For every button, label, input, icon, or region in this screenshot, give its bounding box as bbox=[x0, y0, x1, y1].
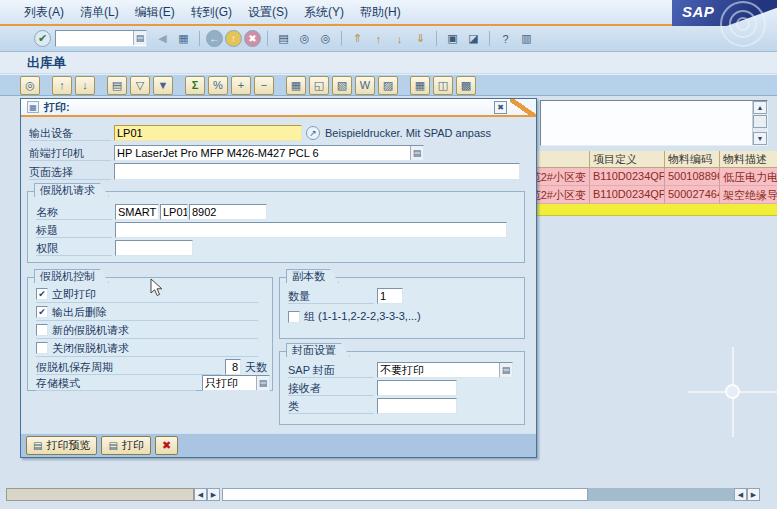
menu-item-worklist[interactable]: 清单(L) bbox=[80, 4, 119, 21]
close-icon[interactable]: ✖ bbox=[494, 101, 507, 114]
subtotal-icon[interactable]: % bbox=[208, 76, 228, 95]
command-input[interactable]: ▤ bbox=[55, 30, 147, 47]
total-icon[interactable]: Σ bbox=[185, 76, 205, 95]
spool-suffix1-field[interactable]: LP01 bbox=[160, 204, 188, 220]
change-layout-icon[interactable]: ◫ bbox=[433, 76, 453, 95]
export-file-icon[interactable]: ▧ bbox=[332, 76, 352, 95]
device-info-icon[interactable]: ↗ bbox=[306, 126, 320, 140]
dropdown-icon[interactable]: ▤ bbox=[256, 376, 269, 390]
select-layout-icon[interactable]: ▩ bbox=[456, 76, 476, 95]
search-icon[interactable]: ◎ bbox=[20, 76, 40, 95]
checkbox-icon[interactable] bbox=[36, 324, 48, 336]
scroll-down-icon[interactable]: ▼ bbox=[753, 132, 767, 145]
menu-item-goto[interactable]: 转到(G) bbox=[191, 4, 232, 21]
last-page-icon[interactable]: ⇓ bbox=[411, 29, 430, 48]
horizontal-scrollbar-left[interactable]: ◀ ▶ bbox=[6, 488, 220, 501]
back-icon[interactable]: ← bbox=[206, 30, 223, 47]
cell[interactable]: 500108896 bbox=[665, 168, 720, 186]
help-icon[interactable]: ? bbox=[496, 29, 515, 48]
vertical-scroll-thumb[interactable] bbox=[753, 115, 767, 128]
menu-item-system[interactable]: 系统(Y) bbox=[304, 4, 344, 21]
checkbox-print-immediately[interactable]: ✔ 立即打印 bbox=[36, 286, 258, 303]
sort-ascending-icon[interactable]: ↑ bbox=[52, 76, 72, 95]
continue-icon[interactable]: ◀ bbox=[153, 29, 172, 48]
previous-page-icon[interactable]: ↑ bbox=[369, 29, 388, 48]
title-field[interactable] bbox=[115, 222, 507, 238]
scroll-right-icon[interactable]: ▶ bbox=[747, 488, 760, 501]
recipient-field[interactable] bbox=[377, 380, 457, 396]
authorization-field[interactable] bbox=[115, 240, 193, 256]
cancel-icon[interactable]: ✖ bbox=[244, 30, 261, 47]
find-icon[interactable]: ◎ bbox=[295, 29, 314, 48]
column-header-material[interactable]: 物料编码 bbox=[665, 151, 720, 168]
print-icon[interactable]: ▤ bbox=[274, 29, 293, 48]
customize-icon[interactable]: ▥ bbox=[517, 29, 536, 48]
next-page-icon[interactable]: ↓ bbox=[390, 29, 409, 48]
print-icon[interactable]: ▤ bbox=[107, 76, 127, 95]
sap-cover-field[interactable]: 不要打印 ▤ bbox=[377, 362, 513, 378]
grid-view-icon[interactable]: ▦ bbox=[410, 76, 430, 95]
department-field[interactable] bbox=[377, 398, 457, 414]
column-header-description[interactable]: 物料描述 bbox=[720, 151, 777, 168]
checkbox-close-spool-request[interactable]: 关闭假脱机请求 bbox=[36, 340, 258, 357]
output-device-field[interactable]: LP01 bbox=[114, 125, 302, 141]
sort-descending-icon[interactable]: ↓ bbox=[75, 76, 95, 95]
collapse-icon[interactable]: − bbox=[254, 76, 274, 95]
checkbox-group-copies[interactable]: 组 (1-1-1,2-2-2,3-3-3,...) bbox=[288, 308, 518, 325]
retention-field[interactable]: 8 bbox=[225, 359, 241, 375]
scroll-right-icon[interactable]: ▶ bbox=[207, 488, 220, 501]
menu-item-settings[interactable]: 设置(S) bbox=[248, 4, 288, 21]
enter-icon[interactable]: ✔ bbox=[34, 30, 51, 47]
checkbox-new-spool-request[interactable]: 新的假脱机请求 bbox=[36, 322, 258, 339]
storage-mode-field[interactable]: 只打印 ▤ bbox=[202, 375, 270, 391]
dropdown-icon[interactable]: ▤ bbox=[410, 146, 423, 160]
cell[interactable]: B110D0234QPO bbox=[590, 186, 665, 204]
horizontal-scrollbar-right[interactable]: ◀ ▶ bbox=[222, 488, 760, 501]
print-button[interactable]: ▤ 打印 bbox=[101, 436, 150, 455]
save-icon[interactable]: ▦ bbox=[174, 29, 193, 48]
column-header-project[interactable]: 项目定义 bbox=[590, 151, 665, 168]
menu-item-list[interactable]: 列表(A) bbox=[24, 4, 64, 21]
cell[interactable]: B110D0234QPO bbox=[590, 168, 665, 186]
detail-view-icon[interactable]: ▦ bbox=[286, 76, 306, 95]
cancel-button[interactable]: ✖ bbox=[155, 436, 178, 455]
dropdown-icon[interactable]: ▤ bbox=[499, 363, 512, 377]
first-page-icon[interactable]: ⇑ bbox=[348, 29, 367, 48]
quantity-field[interactable]: 1 bbox=[377, 288, 403, 304]
cell[interactable]: 架空绝缘导 bbox=[720, 186, 777, 204]
checkbox-icon[interactable]: ✔ bbox=[36, 306, 48, 318]
set-filter-icon[interactable]: ▽ bbox=[130, 76, 150, 95]
checkbox-icon[interactable] bbox=[288, 311, 300, 323]
checkbox-delete-after-output[interactable]: ✔ 输出后删除 bbox=[36, 304, 258, 321]
frontend-printer-field[interactable]: HP LaserJet Pro MFP M426-M427 PCL 6 ▤ bbox=[114, 145, 424, 161]
scroll-left-icon[interactable]: ◀ bbox=[194, 488, 207, 501]
delete-filter-icon[interactable]: ▼ bbox=[153, 76, 173, 95]
horizontal-scroll-track[interactable] bbox=[588, 488, 734, 501]
page-selection-field[interactable] bbox=[114, 163, 520, 180]
refresh-icon[interactable]: ◱ bbox=[309, 76, 329, 95]
command-history-icon[interactable]: ▤ bbox=[133, 31, 146, 45]
word-processing-icon[interactable]: W bbox=[355, 76, 375, 95]
spool-suffix2-field[interactable]: 8902 bbox=[189, 204, 267, 220]
checkbox-icon[interactable] bbox=[36, 342, 48, 354]
cell[interactable]: 低压电力电 bbox=[720, 168, 777, 186]
horizontal-scroll-thumb[interactable] bbox=[222, 488, 588, 501]
vertical-scrollbar[interactable]: ▲ ▼ bbox=[752, 101, 767, 145]
new-session-icon[interactable]: ▣ bbox=[443, 29, 462, 48]
dialog-title-bar[interactable]: ▦ 打印: ✖ bbox=[21, 99, 536, 117]
print-preview-button[interactable]: ▤ 打印预览 bbox=[26, 436, 97, 455]
spool-name-field[interactable]: SMART bbox=[115, 204, 159, 220]
scroll-left-icon[interactable]: ◀ bbox=[734, 488, 747, 501]
shortcut-icon[interactable]: ◪ bbox=[464, 29, 483, 48]
expand-icon[interactable]: + bbox=[231, 76, 251, 95]
menu-item-help[interactable]: 帮助(H) bbox=[360, 4, 401, 21]
checkbox-icon[interactable]: ✔ bbox=[36, 288, 48, 300]
menu-item-edit[interactable]: 编辑(E) bbox=[135, 4, 175, 21]
cell[interactable]: 500027464 bbox=[665, 186, 720, 204]
horizontal-scroll-thumb[interactable] bbox=[6, 488, 194, 501]
find-next-icon[interactable]: ◎ bbox=[316, 29, 335, 48]
header-pane: ▲ ▼ bbox=[540, 100, 768, 146]
exit-icon[interactable]: ↑ bbox=[225, 30, 242, 47]
clipboard-icon[interactable]: ▨ bbox=[378, 76, 398, 95]
scroll-up-icon[interactable]: ▲ bbox=[753, 101, 767, 114]
